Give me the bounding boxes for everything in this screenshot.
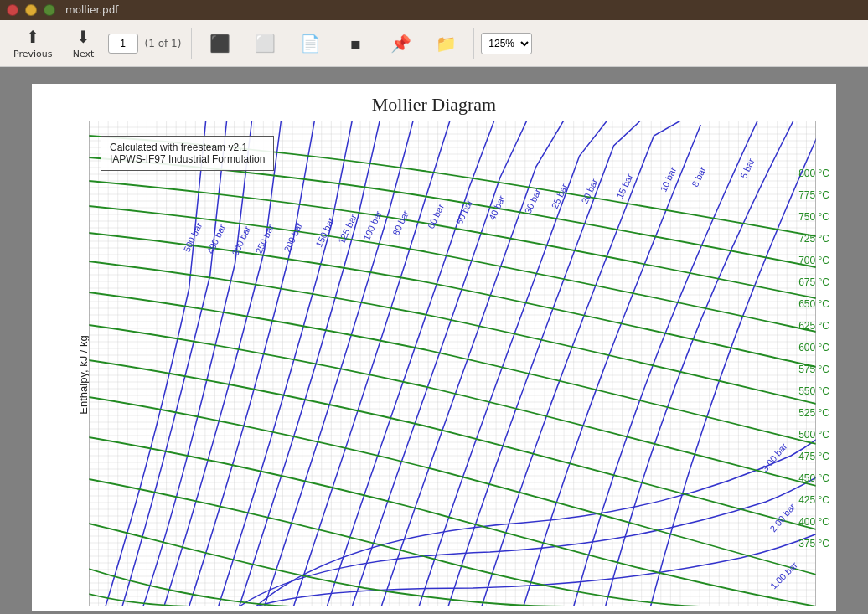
legend-box: Calculated with freesteam v2.1 IAPWS-IF9… bbox=[101, 136, 274, 171]
view-button[interactable]: ▪ bbox=[334, 30, 376, 57]
temp-label-600: 600 °C bbox=[798, 337, 833, 359]
document-icon: 📄 bbox=[300, 34, 321, 54]
folder-button[interactable]: 📁 bbox=[425, 30, 467, 57]
legend-line1: Calculated with freesteam v2.1 bbox=[110, 142, 265, 153]
temp-label-375: 375 °C bbox=[798, 533, 833, 555]
temp-label-700: 700 °C bbox=[798, 250, 833, 271]
fit-width-button[interactable]: ⬜ bbox=[244, 30, 286, 57]
toolbar: ⬆ Previous ⬇ Next (1 of 1) ⬛ ⬜ 📄 ▪ 📌 📁 5… bbox=[0, 20, 868, 67]
view-icon: ▪ bbox=[350, 34, 362, 54]
temp-label-725: 725 °C bbox=[798, 228, 833, 250]
mollier-chart: 4500 4400 4300 4200 4100 4000 3900 3800 … bbox=[89, 121, 816, 606]
close-button[interactable] bbox=[7, 4, 18, 16]
titlebar: mollier.pdf bbox=[0, 0, 868, 20]
page-count: (1 of 1) bbox=[145, 38, 182, 49]
next-button[interactable]: ⬇ Next bbox=[63, 23, 105, 63]
minimize-button[interactable] bbox=[25, 4, 37, 16]
document-button[interactable]: 📄 bbox=[289, 30, 331, 57]
chart-title: Mollier Diagram bbox=[32, 94, 836, 116]
temp-label-675: 675 °C bbox=[798, 271, 833, 293]
fit-page-icon: ⬛ bbox=[209, 34, 230, 54]
window-title: mollier.pdf bbox=[65, 4, 119, 16]
temp-label-450: 450 °C bbox=[798, 467, 833, 489]
temp-label-425: 425 °C bbox=[798, 489, 833, 511]
legend-line2: IAPWS-IF97 Industrial Formulation bbox=[110, 153, 265, 165]
y-axis-label: Enthalpy, kJ / kg bbox=[77, 335, 90, 414]
previous-icon: ⬆ bbox=[26, 27, 40, 47]
temp-label-800: 800 °C bbox=[798, 163, 833, 184]
temp-label-500: 500 °C bbox=[798, 424, 833, 446]
right-temperature-labels: 800 °C 775 °C 750 °C 725 °C 700 °C 675 °… bbox=[798, 163, 833, 555]
separator-2 bbox=[473, 28, 474, 59]
bookmark-icon: 📌 bbox=[390, 34, 411, 54]
temp-label-575: 575 °C bbox=[798, 359, 833, 380]
pdf-page: Mollier Diagram Enthalpy, kJ / kg Calcul… bbox=[32, 84, 836, 611]
separator-1 bbox=[191, 28, 192, 59]
previous-label: Previous bbox=[13, 49, 53, 59]
temp-label-625: 625 °C bbox=[798, 315, 833, 337]
maximize-button[interactable] bbox=[44, 4, 55, 16]
fit-width-icon: ⬜ bbox=[255, 34, 276, 54]
next-icon: ⬇ bbox=[76, 27, 90, 47]
zoom-selector[interactable]: 50% 75% 100% 125% 150% 200% bbox=[481, 33, 532, 54]
previous-button[interactable]: ⬆ Previous bbox=[7, 23, 59, 63]
temp-label-750: 750 °C bbox=[798, 206, 833, 228]
temp-label-525: 525 °C bbox=[798, 402, 833, 424]
temp-label-475: 475 °C bbox=[798, 446, 833, 467]
temp-label-775: 775 °C bbox=[798, 184, 833, 206]
temp-label-650: 650 °C bbox=[798, 293, 833, 315]
temp-label-550: 550 °C bbox=[798, 380, 833, 402]
temp-label-400: 400 °C bbox=[798, 511, 833, 533]
page-number-input[interactable] bbox=[108, 34, 138, 54]
content-area: Mollier Diagram Enthalpy, kJ / kg Calcul… bbox=[0, 67, 868, 614]
next-label: Next bbox=[73, 49, 95, 59]
folder-icon: 📁 bbox=[436, 34, 457, 54]
bookmark-button[interactable]: 📌 bbox=[380, 30, 421, 57]
fit-page-button[interactable]: ⬛ bbox=[199, 30, 240, 57]
svg-rect-0 bbox=[89, 121, 816, 606]
